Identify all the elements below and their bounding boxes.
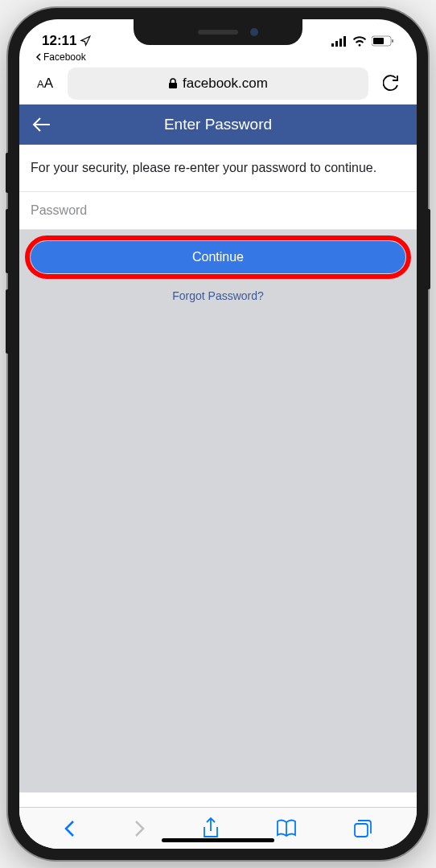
share-icon [202,817,220,840]
wifi-icon [352,35,367,47]
svg-rect-5 [373,38,384,44]
reload-icon [383,75,399,92]
home-indicator[interactable] [162,838,274,842]
tabs-button[interactable] [353,819,372,838]
svg-rect-2 [339,39,342,47]
browser-url-bar: AA facebook.com [19,63,417,104]
back-app-label: Facebook [43,51,86,63]
browser-back-button[interactable] [64,819,76,838]
phone-frame: 12:11 Facebook AA facebook.com [8,8,428,860]
url-text: facebook.com [183,76,268,92]
battery-icon [372,35,394,47]
url-field[interactable]: facebook.com [68,68,368,100]
screen: 12:11 Facebook AA facebook.com [19,19,417,849]
status-time: 12:11 [42,33,76,49]
svg-rect-1 [335,41,338,47]
back-to-app[interactable]: Facebook [19,51,417,63]
book-icon [276,819,297,838]
page-header: Enter Password [19,104,417,145]
tabs-icon [353,819,372,838]
page-title: Enter Password [32,116,404,133]
browser-toolbar [19,807,417,849]
svg-rect-6 [392,39,393,43]
cellular-icon [331,35,348,47]
svg-rect-0 [331,43,334,47]
content-area: For your security, please re-enter your … [19,145,417,792]
reload-button[interactable] [376,72,405,96]
chevron-right-icon [133,819,146,838]
bookmarks-button[interactable] [276,819,297,838]
svg-rect-3 [343,36,346,47]
share-button[interactable] [202,817,220,840]
back-chevron-icon [35,53,42,61]
chevron-left-icon [64,819,76,838]
forgot-password-link[interactable]: Forgot Password? [19,285,417,307]
text-size-control[interactable]: AA [31,72,60,95]
notch [134,19,302,45]
continue-button[interactable]: Continue [31,241,405,273]
lock-icon [168,78,178,89]
location-icon [80,35,91,47]
arrow-left-icon [32,117,51,133]
password-input[interactable] [19,191,417,230]
back-button[interactable] [32,117,51,133]
security-message: For your security, please re-enter your … [19,145,417,191]
browser-forward-button[interactable] [133,819,146,838]
svg-rect-8 [355,824,368,837]
svg-rect-7 [169,83,177,88]
